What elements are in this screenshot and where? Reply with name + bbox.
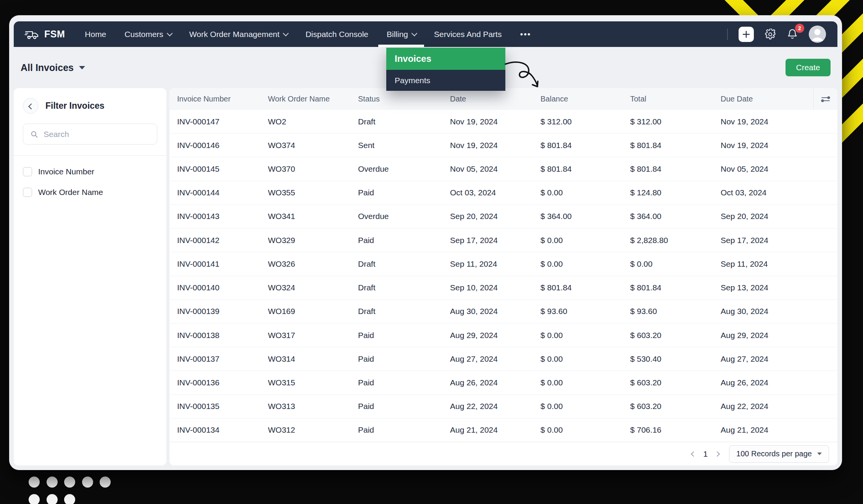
cell-balance: $ 0.00 [540,354,630,364]
table-row[interactable]: INV-000141 WO326 Draft Sep 11, 2024 $ 0.… [169,252,837,275]
cell-date: Sep 10, 2024 [450,283,540,292]
column-header-due-date[interactable]: Due Date [721,95,813,103]
checkbox[interactable] [23,188,32,197]
nav-item-label: Dispatch Console [305,30,368,39]
table-row[interactable]: INV-000144 WO355 Paid Oct 03, 2024 $ 0.0… [169,181,837,204]
cell-date: Nov 19, 2024 [450,141,540,150]
menu-item-invoices[interactable]: Invoices [386,48,505,70]
cell-work-order-name: WO329 [268,236,358,245]
cell-invoice-number[interactable]: INV-000140 [177,283,268,292]
table-row[interactable]: INV-000138 WO317 Paid Aug 29, 2024 $ 0.0… [169,323,837,347]
nav-item-billing[interactable]: Billing [387,21,416,47]
brand-name: FSM [44,29,65,40]
collapse-filter-button[interactable] [23,98,39,114]
filter-panel: Filter Invoices Invoice Number Work [14,88,166,465]
notifications-button[interactable]: 2 [787,28,798,40]
table-row[interactable]: INV-000135 WO313 Paid Aug 22, 2024 $ 0.0… [169,395,837,418]
table-row[interactable]: INV-000142 WO329 Paid Sep 17, 2024 $ 0.0… [169,228,837,252]
chevron-down-icon [283,31,289,37]
cell-status: Overdue [358,164,450,174]
cell-invoice-number[interactable]: INV-000135 [177,402,268,411]
nav-right-actions: 2 [727,26,826,43]
arrow-doodle [503,54,549,94]
checkbox[interactable] [23,167,32,176]
cell-invoice-number[interactable]: INV-000146 [177,141,268,150]
cell-due-date: Oct 03, 2024 [721,188,813,197]
cell-invoice-number[interactable]: INV-000144 [177,188,268,197]
billing-dropdown-menu: Invoices Payments [386,48,505,91]
app-logo[interactable]: FSM [24,29,65,40]
cell-balance: $ 312.00 [540,117,630,126]
table-row[interactable]: INV-000137 WO314 Paid Aug 27, 2024 $ 0.0… [169,347,837,370]
nav-item-services-and-parts[interactable]: Services And Parts [434,21,502,47]
nav-item-dispatch-console[interactable]: Dispatch Console [305,21,368,47]
previous-page-icon[interactable] [691,451,696,456]
cell-due-date: Aug 30, 2024 [721,307,813,316]
cell-date: Aug 30, 2024 [450,307,540,316]
search-input[interactable] [44,130,150,139]
cell-status: Draft [358,259,450,269]
page: FSM Home Customers Work Order Management… [0,0,863,504]
table-row[interactable]: INV-000147 WO2 Draft Nov 19, 2024 $ 312.… [169,110,837,133]
cell-invoice-number[interactable]: INV-000147 [177,117,268,126]
cell-due-date: Nov 19, 2024 [721,141,813,150]
cell-total: $ 603.20 [630,378,721,387]
cell-invoice-number[interactable]: INV-000138 [177,331,268,340]
nav-more-icon[interactable]: ••• [520,29,531,39]
nav-item-work-order-management[interactable]: Work Order Management [189,21,287,47]
next-page-icon[interactable] [715,451,720,456]
table-row[interactable]: INV-000134 WO312 Paid Aug 21, 2024 $ 0.0… [169,418,837,442]
cell-invoice-number[interactable]: INV-000141 [177,259,268,269]
filter-field-invoice-number[interactable]: Invoice Number [23,167,157,176]
cell-invoice-number[interactable]: INV-000134 [177,425,268,435]
search-icon [30,130,38,139]
nav-item-label: Customers [124,30,163,39]
cell-invoice-number[interactable]: INV-000142 [177,236,268,245]
cell-invoice-number[interactable]: INV-000137 [177,354,268,364]
table-body: INV-000147 WO2 Draft Nov 19, 2024 $ 312.… [169,110,837,442]
menu-item-payments[interactable]: Payments [386,70,505,91]
cell-status: Draft [358,307,450,316]
quick-create-button[interactable] [739,27,754,42]
cell-date: Aug 29, 2024 [450,331,540,340]
cell-invoice-number[interactable]: INV-000145 [177,164,268,174]
column-header-balance[interactable]: Balance [540,95,630,103]
column-header-work-order-name[interactable]: Work Order Name [268,95,358,103]
table-row[interactable]: INV-000143 WO341 Overdue Sep 20, 2024 $ … [169,204,837,228]
records-per-page-dropdown[interactable]: 100 Records per page [729,445,829,463]
nav-item-label: Home [85,30,106,39]
nav-item-label: Billing [387,30,408,39]
column-header-status[interactable]: Status [358,95,450,103]
filter-header: Filter Invoices [23,98,157,114]
table-row[interactable]: INV-000140 WO324 Draft Sep 10, 2024 $ 80… [169,276,837,300]
cell-date: Aug 22, 2024 [450,402,540,411]
column-header-invoice-number[interactable]: Invoice Number [177,95,268,103]
filter-title: Filter Invoices [45,101,105,111]
cell-invoice-number[interactable]: INV-000143 [177,212,268,221]
column-header-total[interactable]: Total [630,95,721,103]
cell-status: Paid [358,378,450,387]
cell-work-order-name: WO312 [268,425,358,435]
cell-date: Nov 05, 2024 [450,164,540,174]
cell-invoice-number[interactable]: INV-000139 [177,307,268,316]
van-logo-icon [24,29,40,40]
table-footer: 1 100 Records per page [169,442,837,465]
cell-invoice-number[interactable]: INV-000136 [177,378,268,387]
filter-field-work-order-name[interactable]: Work Order Name [23,188,157,197]
column-settings-button[interactable] [813,88,837,110]
cell-status: Overdue [358,212,450,221]
nav-item-customers[interactable]: Customers [124,21,171,47]
nav-item-home[interactable]: Home [85,21,106,47]
table-row[interactable]: INV-000136 WO315 Paid Aug 26, 2024 $ 0.0… [169,370,837,394]
table-row[interactable]: INV-000146 WO374 Sent Nov 19, 2024 $ 801… [169,133,837,157]
create-button[interactable]: Create [786,59,831,76]
settings-button[interactable] [765,29,776,40]
cell-work-order-name: WO326 [268,259,358,269]
table-row[interactable]: INV-000145 WO370 Overdue Nov 05, 2024 $ … [169,157,837,180]
view-selector[interactable]: All Invoices [21,62,85,73]
user-avatar[interactable] [809,26,826,43]
column-header-date[interactable]: Date [450,95,540,103]
cell-due-date: Aug 21, 2024 [721,425,813,435]
cell-balance: $ 0.00 [540,425,630,435]
table-row[interactable]: INV-000139 WO169 Draft Aug 30, 2024 $ 93… [169,300,837,323]
